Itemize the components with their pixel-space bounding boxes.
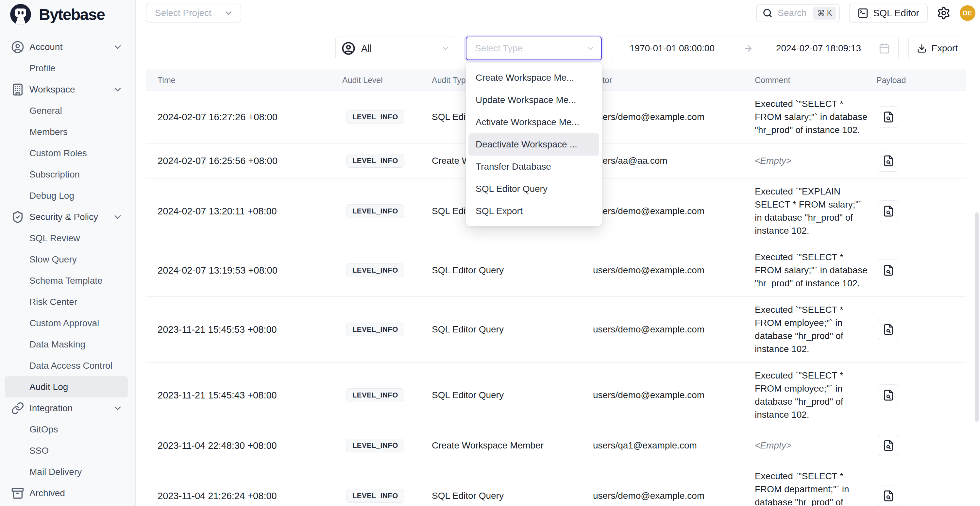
archive-icon (11, 487, 24, 500)
sidebar-item-security-policy[interactable]: Security & Policy (0, 206, 135, 228)
view-payload-button[interactable] (878, 259, 899, 281)
export-button[interactable]: Export (908, 37, 966, 60)
sidebar-item-data-masking[interactable]: Data Masking (0, 334, 135, 355)
sidebar-item-integration[interactable]: Integration (0, 398, 135, 419)
menu-item-activate-workspace-member[interactable]: Activate Workspace Me... (466, 111, 602, 134)
sidebar-item-label: Custom Approval (29, 318, 99, 328)
sidebar-item-sso[interactable]: SSO (0, 440, 135, 461)
audit-actor: users/demo@example.com (593, 265, 755, 275)
search-placeholder: Search (778, 8, 813, 18)
sidebar-item-label: Workspace (29, 84, 75, 95)
date-range-picker[interactable]: 1970-01-01 08:00:00 2024-02-07 18:09:13 (611, 37, 899, 60)
sidebar-item-audit-log[interactable]: Audit Log (5, 376, 128, 398)
sidebar-item-archived[interactable]: Archived (0, 482, 135, 504)
chevron-down-icon (113, 42, 123, 52)
calendar-icon (879, 43, 890, 54)
sidebar-item-mail-delivery[interactable]: Mail Delivery (0, 461, 135, 482)
chevron-down-icon (113, 212, 123, 222)
bytebase-app: Bytebase Account Profile Workspace Gener… (0, 0, 980, 506)
sidebar-item-profile[interactable]: Profile (0, 57, 135, 79)
sidebar-item-label: Account (29, 42, 62, 52)
audit-type: SQL Editor Query (432, 324, 593, 335)
sidebar-item-subscription[interactable]: Subscription (0, 164, 135, 185)
bytebase-logo-icon (10, 3, 32, 25)
audit-type: SQL Editor Query (432, 491, 593, 501)
date-range-end: 2024-02-07 18:09:13 (776, 43, 861, 54)
building-icon (11, 83, 24, 96)
file-search-icon (883, 264, 894, 276)
audit-actor: users/demo@example.com (593, 491, 755, 501)
audit-level-badge: LEVEL_INFO (346, 323, 404, 336)
sidebar-item-debug-log[interactable]: Debug Log (0, 185, 135, 206)
sidebar-item-custom-roles[interactable]: Custom Roles (0, 143, 135, 164)
sidebar-item-account[interactable]: Account (0, 36, 135, 57)
sidebar-item-label: Risk Center (29, 297, 77, 307)
audit-level-badge: LEVEL_INFO (346, 489, 404, 503)
sidebar-item-data-access-control[interactable]: Data Access Control (0, 355, 135, 376)
sidebar-item-label: Audit Log (29, 382, 68, 392)
audit-time: 2024-02-07 16:27:26 +08:00 (146, 112, 342, 123)
sidebar-item-risk-center[interactable]: Risk Center (0, 291, 135, 312)
sidebar-item-label: General (29, 106, 62, 116)
sidebar-item-schema-template[interactable]: Schema Template (0, 270, 135, 291)
audit-comment: Executed `"SELECT * FROM employee;"` in … (755, 303, 870, 356)
audit-level-badge: LEVEL_INFO (346, 154, 404, 168)
vertical-scrollbar-thumb[interactable] (975, 212, 979, 422)
member-filter-select[interactable]: All (336, 37, 456, 60)
view-payload-button[interactable] (878, 200, 899, 222)
sql-editor-button[interactable]: SQL Editor (849, 3, 928, 22)
terminal-icon (858, 8, 869, 19)
file-search-icon (883, 111, 894, 123)
menu-item-sql-editor-query[interactable]: SQL Editor Query (466, 178, 602, 200)
sidebar-item-sql-review[interactable]: SQL Review (0, 228, 135, 249)
menu-item-transfer-database[interactable]: Transfer Database (466, 156, 602, 178)
audit-time: 2023-11-21 15:45:53 +08:00 (146, 324, 342, 335)
sidebar-item-label: Profile (29, 63, 55, 73)
project-select-placeholder: Select Project (155, 8, 212, 18)
sidebar-item-members[interactable]: Members (0, 121, 135, 143)
user-avatar[interactable]: DE (960, 5, 975, 21)
audit-actor: users/demo@example.com (593, 390, 755, 400)
settings-gear-icon[interactable] (937, 6, 951, 20)
view-payload-button[interactable] (878, 435, 899, 456)
audit-level-badge: LEVEL_INFO (346, 263, 404, 277)
audit-comment: Executed `"SELECT * FROM department;"` i… (755, 470, 870, 506)
type-filter-select[interactable]: Select Type (466, 37, 602, 60)
view-payload-button[interactable] (878, 485, 899, 506)
sidebar-item-slow-query[interactable]: Slow Query (0, 249, 135, 270)
member-filter-value: All (361, 43, 441, 54)
table-row: 2023-11-21 15:45:53 +08:00 LEVEL_INFO SQ… (146, 297, 966, 363)
sidebar-item-label: Archived (29, 488, 65, 498)
audit-time: 2024-02-07 13:20:11 +08:00 (146, 206, 342, 217)
table-row: 2023-11-04 21:26:24 +08:00 LEVEL_INFO SQ… (146, 463, 966, 506)
project-select[interactable]: Select Project (146, 3, 241, 22)
sidebar-item-general[interactable]: General (0, 100, 135, 121)
sidebar-item-label: Debug Log (29, 191, 74, 201)
menu-item-deactivate-workspace-member[interactable]: Deactivate Workspace ... (468, 134, 599, 156)
menu-item-sql-export[interactable]: SQL Export (466, 200, 602, 222)
sidebar-item-label: Slow Query (29, 254, 77, 265)
search-input[interactable]: Search ⌘ K (756, 4, 840, 22)
view-payload-button[interactable] (878, 106, 899, 128)
audit-comment: Executed `"EXPLAIN SELECT * FROM salary;… (755, 185, 870, 237)
sidebar-item-label: Custom Roles (29, 148, 87, 159)
file-search-icon (883, 440, 894, 452)
view-payload-button[interactable] (878, 319, 899, 340)
sidebar-item-gitops[interactable]: GitOps (0, 419, 135, 440)
view-payload-button[interactable] (878, 150, 899, 172)
sidebar-item-workspace[interactable]: Workspace (0, 79, 135, 100)
sidebar-item-custom-approval[interactable]: Custom Approval (0, 312, 135, 334)
audit-comment: <Empty> (755, 439, 870, 452)
bytebase-logo[interactable]: Bytebase (10, 3, 105, 25)
file-search-icon (883, 490, 894, 502)
view-payload-button[interactable] (878, 384, 899, 406)
column-header-comment: Comment (755, 75, 874, 85)
sidebar-item-label: Data Masking (29, 339, 85, 350)
audit-time: 2023-11-04 21:26:24 +08:00 (146, 491, 342, 501)
menu-item-update-workspace-member[interactable]: Update Workspace Me... (466, 89, 602, 111)
sidebar-item-label: Mail Delivery (29, 467, 82, 477)
brand-name: Bytebase (39, 6, 105, 24)
column-header-audit-level: Audit Level (342, 75, 432, 85)
menu-item-create-workspace-member[interactable]: Create Workspace Me... (466, 67, 602, 89)
audit-actor: users/aa@aa.com (593, 156, 755, 166)
